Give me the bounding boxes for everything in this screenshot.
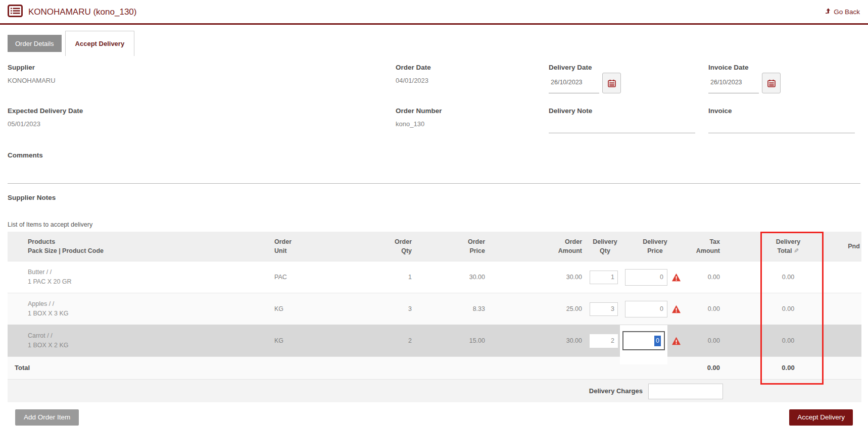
header-divider <box>0 23 868 25</box>
delivery-total-cell: 0.00 <box>730 325 846 357</box>
col-order-price: OrderPrice <box>417 232 490 261</box>
order-price-cell: 30.00 <box>417 261 490 293</box>
col-tax-amount: TaxAmount <box>687 232 730 261</box>
order-number-label: Order Number <box>396 107 549 115</box>
delivery-charges-label: Delivery Charges <box>589 387 643 395</box>
order-amount-cell: 25.00 <box>490 293 587 325</box>
order-amount-cell: 30.00 <box>490 325 587 357</box>
expected-delivery-date-value: 05/01/2023 <box>8 120 396 128</box>
delivery-note-label: Delivery Note <box>549 107 708 115</box>
supplier-value: KONOHAMARU <box>8 77 396 84</box>
delivery-charges-row: Delivery Charges <box>8 379 861 402</box>
invoice-input[interactable] <box>708 120 855 133</box>
delivery-price-input[interactable] <box>625 269 667 286</box>
field-supplier-notes: Supplier Notes <box>8 194 860 220</box>
pnd-cell <box>846 293 861 325</box>
total-delivery-total: 0.00 <box>730 357 846 379</box>
col-order-unit: OrderUnit <box>260 232 346 261</box>
footer-actions: Add Order Item Accept Delivery <box>8 409 860 425</box>
tax-amount-cell: 0.00 <box>687 325 730 357</box>
order-date-value: 04/01/2023 <box>396 77 549 84</box>
delivery-note-input[interactable] <box>549 120 695 133</box>
order-qty-cell: 2 <box>346 325 417 357</box>
field-delivery-note: Delivery Note <box>549 107 708 150</box>
tax-amount-cell: 0.00 <box>687 293 730 325</box>
delivery-date-label: Delivery Date <box>549 64 708 71</box>
total-row: Total 0.00 0.00 <box>8 357 861 379</box>
field-order-number: Order Number kono_130 <box>396 107 549 150</box>
go-back-label: Go Back <box>834 8 860 16</box>
items-caption: List of Items to accept delivery <box>8 221 860 228</box>
invoice-date-input[interactable] <box>708 77 759 93</box>
product-pack-size: 1 BOX X 2 KG <box>28 341 260 350</box>
order-number-value: kono_130 <box>396 120 549 128</box>
delivery-total-cell: 0.00 <box>730 293 846 325</box>
delivery-date-input[interactable] <box>549 77 599 93</box>
col-order-qty: OrderQty <box>346 232 417 261</box>
order-info-form: Supplier KONOHAMARU Order Date 04/01/202… <box>8 64 860 150</box>
order-unit-cell: PAC <box>260 261 346 293</box>
order-price-cell: 8.33 <box>417 293 490 325</box>
delivery-price-input-focused[interactable]: 0 <box>622 331 665 350</box>
col-delivery-price: DeliveryPrice <box>623 232 687 261</box>
order-amount-cell: 30.00 <box>490 261 587 293</box>
product-pack-size: 1 BOX X 3 KG <box>28 309 260 318</box>
go-back-icon <box>825 8 831 16</box>
supplier-notes-label: Supplier Notes <box>8 194 860 201</box>
col-products: ProductsPack Size | Product Code <box>8 232 260 261</box>
col-order-amount: OrderAmount <box>490 232 587 261</box>
pnd-cell <box>846 261 861 293</box>
invoice-date-label: Invoice Date <box>708 64 860 71</box>
pnd-cell <box>846 325 861 357</box>
page-title: KONOHAMARU (kono_130) <box>28 7 136 17</box>
field-order-date: Order Date 04/01/2023 <box>396 64 549 107</box>
page-header: KONOHAMARU (kono_130) Go Back <box>0 0 868 23</box>
field-comments: Comments <box>8 151 860 184</box>
field-delivery-date: Delivery Date <box>549 64 708 107</box>
comments-label: Comments <box>8 151 860 159</box>
order-qty-cell: 3 <box>346 293 417 325</box>
supplier-label: Supplier <box>8 64 396 71</box>
order-unit-cell: KG <box>260 325 346 357</box>
order-list-icon <box>8 5 23 19</box>
field-expected-delivery-date: Expected Delivery Date 05/01/2023 <box>8 107 396 150</box>
expected-delivery-date-label: Expected Delivery Date <box>8 107 396 115</box>
tab-order-details[interactable]: Order Details <box>8 35 62 52</box>
delivery-qty-input[interactable] <box>590 302 618 316</box>
product-pack-size: 1 PAC X 20 GR <box>28 277 260 287</box>
go-back-button[interactable]: Go Back <box>825 8 860 16</box>
total-tax-amount: 0.00 <box>687 357 730 379</box>
delivery-price-input[interactable] <box>625 301 667 317</box>
items-tbody: Butter / / 1 PAC X 20 GR PAC 1 30.00 30.… <box>8 261 861 379</box>
delivery-charges-input[interactable] <box>648 384 723 399</box>
col-delivery-total: Delivery Total✎ <box>730 232 846 261</box>
accept-delivery-button[interactable]: Accept Delivery <box>789 409 853 425</box>
delivery-date-calendar-button[interactable] <box>602 73 621 93</box>
total-label: Total <box>8 357 260 379</box>
delivery-qty-input[interactable] <box>590 334 618 348</box>
field-invoice-date: Invoice Date <box>708 64 860 107</box>
table-row: Carrot / / 1 BOX X 2 KG KG 2 15.00 30.00… <box>8 325 861 357</box>
field-supplier: Supplier KONOHAMARU <box>8 64 396 107</box>
invoice-date-calendar-button[interactable] <box>762 73 781 93</box>
items-table-zone: ProductsPack Size | Product Code OrderUn… <box>8 232 860 402</box>
selected-text: 0 <box>654 336 661 346</box>
col-pnd: Pnd <box>846 232 861 261</box>
delivery-qty-input[interactable] <box>590 271 618 284</box>
order-date-label: Order Date <box>396 64 549 71</box>
order-page: KONOHAMARU (kono_130) Go Back Order Deta… <box>0 0 868 426</box>
edit-pencil-icon[interactable]: ✎ <box>794 246 799 255</box>
warning-icon <box>671 273 681 282</box>
table-row: Butter / / 1 PAC X 20 GR PAC 1 30.00 30.… <box>8 261 861 293</box>
items-table: ProductsPack Size | Product Code OrderUn… <box>8 232 861 379</box>
product-name: Carrot / / <box>28 331 260 341</box>
warning-icon <box>671 337 681 345</box>
invoice-label: Invoice <box>708 107 860 115</box>
col-delivery-qty: DeliveryQty <box>587 232 623 261</box>
warning-icon <box>671 305 681 313</box>
add-order-item-button[interactable]: Add Order Item <box>15 409 79 425</box>
comments-input[interactable] <box>8 165 860 184</box>
tab-accept-delivery[interactable]: Accept Delivery <box>65 31 135 56</box>
tab-bar: Order Details Accept Delivery <box>8 31 868 56</box>
order-unit-cell: KG <box>260 293 346 325</box>
